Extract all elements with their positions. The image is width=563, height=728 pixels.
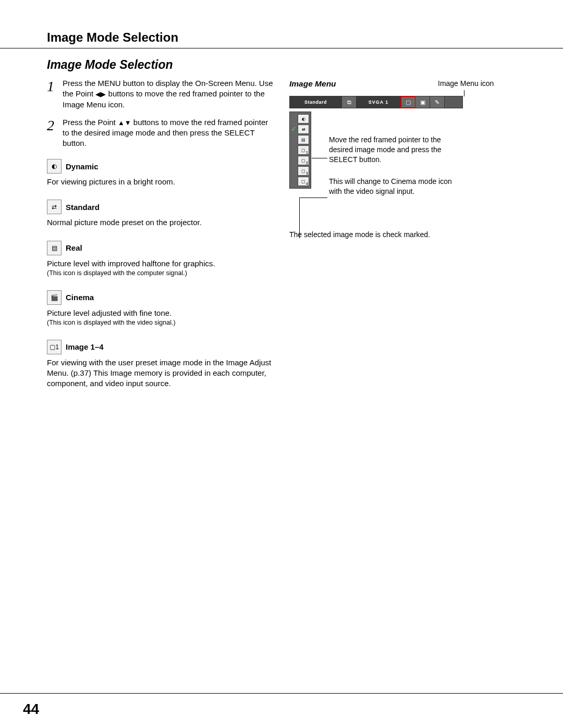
- menu-bar-icon: ✎: [430, 96, 445, 108]
- page-header: Image Mode Selection: [47, 30, 563, 45]
- check-mark-icon: ✓: [291, 125, 297, 133]
- menu-item-image-2: ▢: [298, 156, 309, 165]
- menu-signal-name: SVGA 1: [357, 96, 401, 108]
- step-text: Press the Point ▲▼ buttons to move the r…: [63, 117, 276, 149]
- leader-line: [464, 90, 464, 96]
- menu-item-dynamic: ◐: [298, 114, 309, 124]
- step-text: Press the MENU button to display the On-…: [63, 78, 276, 110]
- menu-mode-name: Standard: [290, 96, 342, 108]
- menu-item-image-1: ▢: [298, 145, 309, 155]
- mode-desc: For viewing pictures in a bright room.: [47, 177, 276, 187]
- annotation-pointer: Move the red framed pointer to the desir…: [329, 135, 459, 165]
- point-up-down-icon: ▲▼: [118, 119, 131, 127]
- leader-line: [312, 158, 327, 158]
- mode-note: (This icon is displayed with the video s…: [47, 318, 276, 327]
- cinema-icon: 🎬: [47, 290, 62, 305]
- mode-dynamic: ◐ Dynamic For viewing pictures in a brig…: [47, 159, 276, 187]
- footer-rule: [0, 693, 563, 694]
- image-menu-icon: ▢: [401, 96, 415, 108]
- menu-item-image-3: ▢: [298, 166, 309, 176]
- diagram-caption: The selected image mode is check marked.: [289, 230, 430, 239]
- menu-side-column: ✓ ◐ ⇄ ▤ ▢ ▢ ▢ ▢: [289, 112, 311, 189]
- real-icon: ▤: [47, 241, 62, 255]
- mode-desc: For viewing with the user preset image m…: [47, 357, 276, 389]
- mode-real: ▤ Real Picture level with improved halft…: [47, 241, 276, 278]
- mode-label: Cinema: [66, 293, 94, 302]
- step-number: 2: [47, 117, 63, 149]
- page-number: 44: [23, 701, 39, 718]
- mode-label: Standard: [66, 203, 100, 212]
- step-number: 1: [47, 78, 63, 110]
- mode-note: (This icon is displayed with the compute…: [47, 269, 276, 278]
- annotation-cinema: This will change to Cinema mode icon wit…: [329, 177, 464, 196]
- mode-standard: ⇄ Standard Normal picture mode preset on…: [47, 200, 276, 228]
- image-menu-icon-label: Image Menu icon: [438, 79, 494, 88]
- menu-item-standard: ⇄: [298, 125, 309, 134]
- menu-bar-icon: ▣: [415, 96, 430, 108]
- mode-desc: Picture level with improved halftone for…: [47, 258, 276, 269]
- mode-label: Dynamic: [66, 162, 99, 171]
- mode-desc: Picture level adjusted with fine tone.: [47, 308, 276, 318]
- step-2: 2 Press the Point ▲▼ buttons to move the…: [47, 117, 276, 149]
- mode-cinema: 🎬 Cinema Picture level adjusted with fin…: [47, 290, 276, 327]
- header-rule: [0, 48, 563, 48]
- image1-icon: ▢1: [47, 340, 62, 354]
- menu-screenshot: Standard ⧉ SVGA 1 ▢ ▣ ✎ ✓ ◐ ⇄ ▤ ▢ ▢ ▢ ▢ …: [289, 96, 463, 189]
- menu-item-real: ▤: [298, 135, 309, 144]
- mode-desc: Normal picture mode preset on the projec…: [47, 217, 276, 228]
- mode-label: Image 1–4: [66, 342, 104, 351]
- modes-list: ◐ Dynamic For viewing pictures in a brig…: [47, 159, 276, 402]
- leader-line: [299, 198, 327, 198]
- step-1: 1 Press the MENU button to display the O…: [47, 78, 276, 110]
- dynamic-icon: ◐: [47, 159, 62, 174]
- mode-label: Real: [66, 243, 82, 252]
- point-left-right-icon: ◀▶: [95, 90, 106, 98]
- menu-bar-icon: ⧉: [342, 96, 357, 108]
- image-menu-diagram: Image Menu Image Menu icon Standard ⧉ SV…: [289, 79, 513, 89]
- mode-image-1-4: ▢1 Image 1–4 For viewing with the user p…: [47, 340, 276, 389]
- steps-list: 1 Press the MENU button to display the O…: [47, 78, 276, 156]
- standard-icon: ⇄: [47, 200, 62, 214]
- menu-item-image-4: ▢: [298, 177, 309, 186]
- step-text-a: Press the Point: [63, 118, 118, 127]
- menu-top-bar: Standard ⧉ SVGA 1 ▢ ▣ ✎: [289, 96, 463, 108]
- section-title: Image Mode Selection: [47, 58, 173, 72]
